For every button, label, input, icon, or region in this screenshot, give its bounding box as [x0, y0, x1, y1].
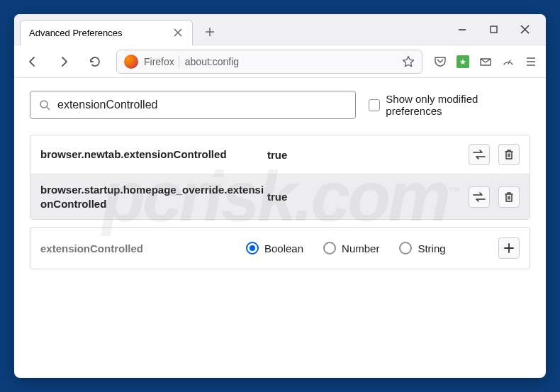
window-controls: [455, 23, 540, 37]
add-button[interactable]: [498, 237, 520, 259]
pref-value: true: [267, 149, 469, 161]
url-bar[interactable]: Firefox about:config: [116, 50, 422, 74]
type-radio-number[interactable]: Number: [323, 242, 379, 254]
toggle-button[interactable]: [469, 186, 490, 208]
type-radio-boolean[interactable]: Boolean: [246, 242, 303, 254]
config-content: Show only modified preferences browser.n…: [14, 78, 546, 378]
radio-icon: [399, 242, 412, 254]
titlebar: Advanced Preferences: [14, 14, 546, 45]
show-modified-checkbox[interactable]: [369, 99, 380, 111]
pref-name: browser.newtab.extensionControlled: [40, 147, 267, 162]
radio-label: Boolean: [264, 242, 303, 254]
pref-row: browser.startup.homepage_override.extens…: [30, 174, 530, 219]
pref-value: true: [267, 191, 469, 203]
close-tab-icon[interactable]: [172, 27, 184, 38]
minimize-button[interactable]: [455, 23, 469, 37]
extension-badge-icon[interactable]: [457, 55, 469, 68]
show-modified-checkbox-row[interactable]: Show only modified preferences: [369, 93, 530, 117]
firefox-icon: [124, 55, 138, 69]
speed-icon[interactable]: [502, 55, 515, 68]
search-row: Show only modified preferences: [30, 91, 530, 119]
browser-window: Advanced Preferences: [14, 14, 546, 378]
pref-name: browser.startup.homepage_override.extens…: [40, 183, 267, 211]
toggle-button[interactable]: [469, 144, 490, 165]
add-pref-name: extensionControlled: [40, 242, 246, 254]
svg-point-1: [40, 101, 47, 108]
search-box[interactable]: [30, 91, 356, 119]
tab-advanced-preferences[interactable]: Advanced Preferences: [20, 20, 193, 45]
mail-icon[interactable]: [479, 55, 492, 68]
add-pref-row: extensionControlled BooleanNumberString: [30, 227, 530, 269]
pocket-icon[interactable]: [434, 55, 447, 68]
radio-icon: [323, 242, 336, 254]
maximize-button[interactable]: [486, 23, 500, 37]
toolbar-actions: [434, 55, 537, 68]
type-radio-string[interactable]: String: [399, 242, 445, 254]
bookmark-star-icon[interactable]: [402, 55, 415, 68]
search-input[interactable]: [57, 99, 347, 111]
radio-icon: [246, 242, 259, 254]
nav-toolbar: Firefox about:config: [14, 45, 546, 78]
close-window-button[interactable]: [517, 23, 532, 37]
svg-rect-0: [491, 26, 497, 33]
results-table: browser.newtab.extensionControlled true …: [30, 135, 530, 220]
url-text: about:config: [185, 56, 396, 67]
search-icon: [39, 99, 50, 111]
radio-label: Number: [342, 242, 379, 254]
identity-label: Firefox: [144, 56, 179, 67]
show-modified-label: Show only modified preferences: [386, 93, 530, 117]
reload-button[interactable]: [85, 52, 105, 72]
type-radios: BooleanNumberString: [246, 242, 498, 254]
delete-button[interactable]: [498, 186, 520, 208]
app-menu-button[interactable]: [525, 55, 537, 68]
forward-button[interactable]: [54, 52, 74, 72]
back-button[interactable]: [23, 52, 43, 72]
radio-label: String: [418, 242, 445, 254]
tab-title: Advanced Preferences: [29, 28, 123, 38]
new-tab-button[interactable]: [198, 21, 221, 43]
delete-button[interactable]: [498, 144, 520, 165]
pref-row: browser.newtab.extensionControlled true: [30, 135, 530, 174]
